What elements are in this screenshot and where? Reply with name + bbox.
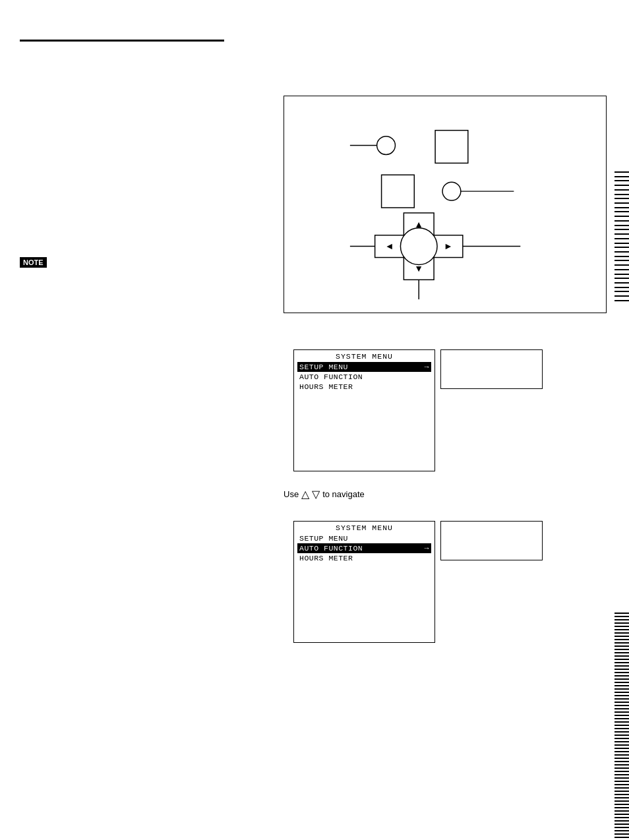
screen1-item-2: AUTO FUNCTION (297, 372, 431, 382)
right-decoration (614, 171, 629, 303)
screen2-item-2-arrow: → (425, 544, 429, 553)
svg-text:▲: ▲ (414, 219, 423, 229)
svg-text:▼: ▼ (414, 263, 423, 274)
screen2-item-1: SETUP MENU (297, 533, 431, 543)
svg-point-4 (442, 182, 461, 200)
top-rule (20, 40, 224, 42)
screen2-item-2-label: AUTO FUNCTION (299, 544, 363, 553)
svg-rect-8 (404, 258, 434, 280)
screen2-display: SYSTEM MENU SETUP MENU AUTO FUNCTION → H… (293, 521, 435, 643)
svg-rect-3 (382, 175, 415, 208)
note-label: NOTE (20, 257, 47, 268)
svg-point-0 (377, 136, 396, 155)
screen1-item-1-arrow: → (425, 363, 429, 371)
screen1-item-1-label: SETUP MENU (299, 363, 348, 371)
remote-diagram-box: ▲ ▼ ◄ ► (284, 96, 607, 313)
screen1-display: SYSTEM MENU SETUP MENU → AUTO FUNCTION H… (293, 349, 435, 471)
screen2-item-2-selected: AUTO FUNCTION → (297, 543, 431, 553)
screen1-item-1-selected: SETUP MENU → (297, 362, 431, 372)
screen2-item-3: HOURS METER (297, 553, 431, 563)
screen2-title: SYSTEM MENU (297, 524, 431, 532)
screen2-right-box (440, 521, 543, 560)
bottom-right-decoration (614, 609, 629, 840)
svg-rect-10 (375, 235, 404, 258)
svg-rect-2 (435, 131, 468, 164)
screen1-title: SYSTEM MENU (297, 352, 431, 361)
svg-point-14 (400, 228, 437, 265)
svg-text:►: ► (444, 241, 453, 251)
screen1-right-box (440, 349, 543, 389)
nav-text-after: to navigate (322, 489, 365, 499)
svg-rect-6 (404, 213, 434, 235)
svg-text:◄: ◄ (385, 241, 394, 251)
down-triangle-icon: ▽ (312, 488, 320, 500)
screen1-item-3: HOURS METER (297, 382, 431, 392)
svg-rect-12 (434, 235, 463, 258)
up-triangle-icon: △ (301, 488, 309, 500)
nav-description: Use △ ▽ to navigate (284, 488, 365, 500)
nav-text-before: Use (284, 489, 299, 499)
